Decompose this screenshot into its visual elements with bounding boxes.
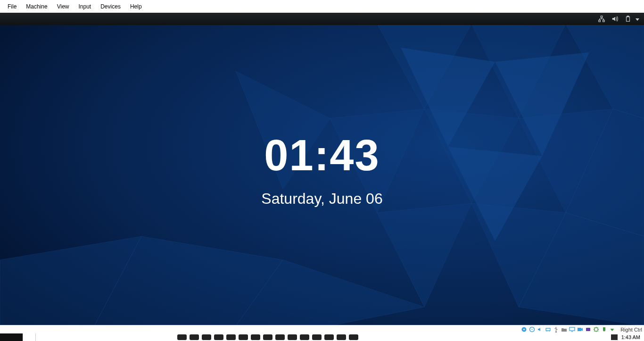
- network-icon[interactable]: [598, 15, 605, 23]
- taskbar-app[interactable]: [177, 334, 187, 340]
- svg-rect-3: [627, 17, 630, 22]
- svg-rect-27: [546, 328, 550, 331]
- menu-help[interactable]: Help: [125, 1, 147, 12]
- vm-status-bar: Right Ctrl: [0, 325, 644, 333]
- lock-screen-date: Saturday, June 06: [261, 190, 382, 208]
- svg-rect-2: [603, 20, 605, 22]
- svg-point-24: [523, 329, 525, 330]
- taskbar-app[interactable]: [202, 334, 211, 340]
- taskbar-app[interactable]: [214, 334, 223, 340]
- taskbar-app[interactable]: [275, 334, 285, 340]
- vrde-icon[interactable]: [585, 326, 591, 333]
- start-button[interactable]: [0, 333, 23, 341]
- audio-icon[interactable]: [537, 326, 543, 333]
- mouse-icon[interactable]: [601, 326, 607, 333]
- taskbar-app[interactable]: [251, 334, 260, 340]
- search-button[interactable]: [23, 333, 36, 341]
- taskbar-app[interactable]: [288, 334, 297, 340]
- menu-file[interactable]: File: [3, 1, 21, 12]
- svg-rect-30: [578, 328, 581, 331]
- menu-input[interactable]: Input: [74, 1, 96, 12]
- svg-point-26: [531, 329, 532, 330]
- record-icon[interactable]: [577, 326, 583, 333]
- usb-icon[interactable]: [553, 326, 559, 333]
- taskbar-app[interactable]: [324, 334, 334, 340]
- battery-icon[interactable]: [624, 15, 632, 23]
- chevron-down-icon[interactable]: [636, 18, 639, 21]
- svg-point-28: [555, 332, 556, 333]
- display-icon[interactable]: [569, 326, 575, 333]
- taskbar-app[interactable]: [349, 334, 358, 340]
- shared-folders-icon[interactable]: [561, 326, 567, 333]
- taskbar-app[interactable]: [226, 334, 236, 340]
- net-icon[interactable]: [545, 326, 551, 333]
- taskbar-app[interactable]: [312, 334, 322, 340]
- menu-view[interactable]: View: [52, 1, 74, 12]
- tray-icon[interactable]: [611, 334, 618, 340]
- svg-rect-1: [599, 20, 601, 22]
- cd-icon[interactable]: [528, 326, 535, 333]
- taskbar-app[interactable]: [337, 334, 346, 340]
- taskbar-app[interactable]: [239, 334, 248, 340]
- host-key-label: Right Ctrl: [619, 327, 642, 333]
- menu-devices[interactable]: Devices: [96, 1, 125, 12]
- host-clock[interactable]: 1:43 AM: [621, 334, 640, 340]
- volume-icon[interactable]: [611, 15, 619, 23]
- taskbar-app[interactable]: [263, 334, 272, 340]
- svg-rect-4: [627, 16, 629, 17]
- keyboard-icon[interactable]: [609, 326, 615, 333]
- taskbar-app[interactable]: [190, 334, 199, 340]
- lock-screen-time: 01:43: [264, 133, 380, 177]
- host-taskbar: 1:43 AM: [0, 333, 644, 341]
- taskbar-app[interactable]: [300, 334, 309, 340]
- taskbar-apps: [177, 333, 358, 341]
- hdd-icon[interactable]: [520, 326, 527, 333]
- menu-machine[interactable]: Machine: [21, 1, 52, 12]
- svg-rect-31: [586, 328, 590, 331]
- guest-lock-screen[interactable]: 01:43 Saturday, June 06: [0, 25, 644, 325]
- cpu-icon[interactable]: [593, 326, 599, 333]
- svg-rect-32: [594, 328, 598, 331]
- svg-rect-0: [601, 16, 603, 18]
- vm-menu-bar: File Machine View Input Devices Help: [0, 0, 644, 13]
- guest-top-bar: [0, 13, 644, 25]
- svg-rect-29: [570, 327, 575, 331]
